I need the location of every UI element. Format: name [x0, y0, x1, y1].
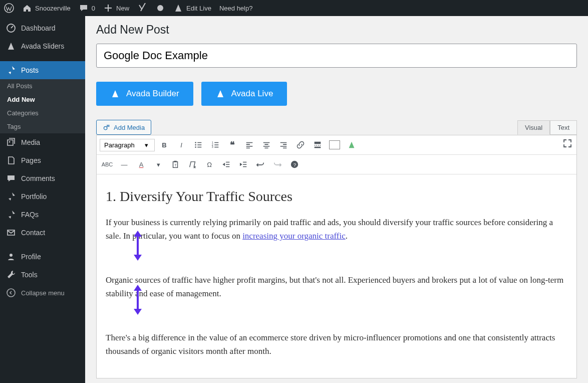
svg-rect-13 — [315, 142, 321, 144]
align-center-button[interactable] — [259, 137, 274, 152]
chevron-down-icon: ▾ — [145, 141, 148, 149]
editor: Paragraph▾ B I 123 ❝ ABC — A ▾ T Ω — [96, 135, 577, 378]
editor-body[interactable]: 1. Diversify Your Traffic Sources If you… — [97, 174, 576, 378]
sidebar-item-portfolio[interactable]: Portfolio — [0, 187, 85, 206]
collapse-label: Collapse menu — [21, 289, 65, 297]
page-title: Add New Post — [96, 23, 577, 37]
editor-toolbar-2: ABC — A ▾ T Ω ? — [97, 155, 576, 174]
pin-icon — [6, 210, 16, 220]
redo-button[interactable] — [270, 157, 285, 172]
collapse-menu[interactable]: Collapse menu — [0, 284, 85, 302]
sidebar-item-comments[interactable]: Comments — [0, 169, 85, 187]
yoast-icon[interactable] — [137, 3, 147, 13]
circle-icon[interactable] — [155, 3, 165, 13]
sidebar-sub-all-posts[interactable]: All Posts — [0, 79, 85, 93]
tab-text[interactable]: Text — [550, 120, 577, 135]
sidebar-item-profile[interactable]: Profile — [0, 248, 85, 266]
ul-button[interactable] — [191, 137, 206, 152]
avada-live-label: Avada Live — [231, 89, 273, 99]
new-content[interactable]: New — [103, 3, 129, 13]
textcolor-button[interactable]: A — [134, 157, 149, 172]
avada-live-button[interactable]: Avada Live — [201, 82, 287, 106]
content-p1: If your business is currently relying pr… — [106, 216, 567, 243]
content-heading: 1. Diversify Your Traffic Sources — [106, 185, 567, 207]
avada-builder-button[interactable]: Avada Builder — [96, 82, 193, 106]
help-button[interactable]: ? — [287, 157, 302, 172]
sidebar-item-label: Profile — [21, 253, 41, 261]
svg-text:3: 3 — [212, 145, 213, 148]
outdent-button[interactable] — [219, 157, 234, 172]
indent-button[interactable] — [236, 157, 251, 172]
svg-point-9 — [195, 146, 196, 148]
collapse-icon — [6, 288, 16, 298]
sidebar-item-label: Comments — [21, 174, 55, 182]
site-name[interactable]: Snoozerville — [22, 3, 71, 13]
sidebar-item-tools[interactable]: Tools — [0, 266, 85, 284]
sidebar-item-label: Posts — [21, 66, 39, 74]
wrench-icon — [6, 270, 16, 280]
link-button[interactable] — [293, 137, 308, 152]
avada-icon — [110, 89, 120, 99]
textcolor-dropdown[interactable]: ▾ — [151, 157, 166, 172]
svg-point-8 — [195, 144, 196, 146]
svg-point-1 — [157, 5, 163, 11]
organic-traffic-link[interactable]: increasing your organic traffic — [242, 231, 346, 241]
sidebar-item-media[interactable]: Media — [0, 133, 85, 151]
tab-visual[interactable]: Visual — [517, 120, 550, 135]
need-help-link[interactable]: Need help? — [219, 5, 253, 12]
format-select-label: Paragraph — [104, 141, 135, 149]
add-media-button[interactable]: Add Media — [96, 120, 151, 135]
strikethrough-button[interactable]: ABC — [100, 157, 115, 172]
new-label: New — [116, 5, 129, 12]
align-left-button[interactable] — [242, 137, 257, 152]
color-swatch[interactable] — [327, 137, 342, 152]
svg-text:T: T — [174, 163, 177, 167]
readmore-button[interactable] — [310, 137, 325, 152]
clear-format-button[interactable] — [185, 157, 200, 172]
pin-icon — [6, 192, 16, 202]
align-right-button[interactable] — [276, 137, 291, 152]
undo-button[interactable] — [253, 157, 268, 172]
sidebar-item-label: Contact — [21, 229, 45, 237]
paste-text-button[interactable]: T — [168, 157, 183, 172]
special-char-button[interactable]: Ω — [202, 157, 217, 172]
edit-live-label: Edit Live — [186, 5, 211, 12]
sidebar-item-posts[interactable]: Posts — [0, 61, 85, 79]
sidebar-sub-tags[interactable]: Tags — [0, 120, 85, 133]
comments-indicator[interactable]: 0 — [79, 3, 95, 13]
sidebar-item-label: FAQs — [21, 211, 39, 219]
sidebar-sub-add-new[interactable]: Add New — [0, 93, 85, 106]
quote-button[interactable]: ❝ — [225, 137, 240, 152]
italic-button[interactable]: I — [174, 137, 189, 152]
hr-button[interactable]: — — [117, 157, 132, 172]
distraction-free-button[interactable] — [562, 138, 572, 148]
dashboard-icon — [6, 23, 16, 33]
sidebar-item-pages[interactable]: Pages — [0, 151, 85, 169]
media-icon — [103, 123, 111, 131]
admin-bar: Snoozerville 0 New Edit Live Need help? — [0, 0, 588, 16]
sidebar-item-avada-sliders[interactable]: Avada Sliders — [0, 37, 85, 55]
post-title-input[interactable] — [96, 44, 577, 68]
ol-button[interactable]: 123 — [208, 137, 223, 152]
avada-element-button[interactable] — [344, 137, 359, 152]
sidebar-item-contact[interactable]: Contact — [0, 224, 85, 242]
svg-point-7 — [195, 142, 196, 143]
sidebar-item-label: Dashboard — [21, 24, 56, 32]
sidebar-sub-categories[interactable]: Categories — [0, 106, 85, 120]
svg-point-5 — [7, 289, 15, 297]
need-help-label: Need help? — [219, 5, 253, 12]
content-p2: Organic sources of traffic have higher p… — [106, 274, 567, 300]
edit-live-link[interactable]: Edit Live — [173, 3, 211, 13]
comment-count: 0 — [92, 5, 95, 12]
svg-point-6 — [104, 126, 107, 129]
home-icon — [22, 3, 32, 13]
format-select[interactable]: Paragraph▾ — [100, 139, 155, 151]
bold-button[interactable]: B — [157, 137, 172, 152]
svg-point-4 — [10, 254, 13, 257]
sidebar-item-dashboard[interactable]: Dashboard — [0, 19, 85, 37]
sidebar-item-label: Media — [21, 138, 40, 146]
svg-rect-14 — [315, 147, 321, 148]
editor-tabs: Visual Text — [517, 120, 577, 135]
sidebar-item-faqs[interactable]: FAQs — [0, 206, 85, 224]
wp-logo[interactable] — [4, 3, 14, 13]
